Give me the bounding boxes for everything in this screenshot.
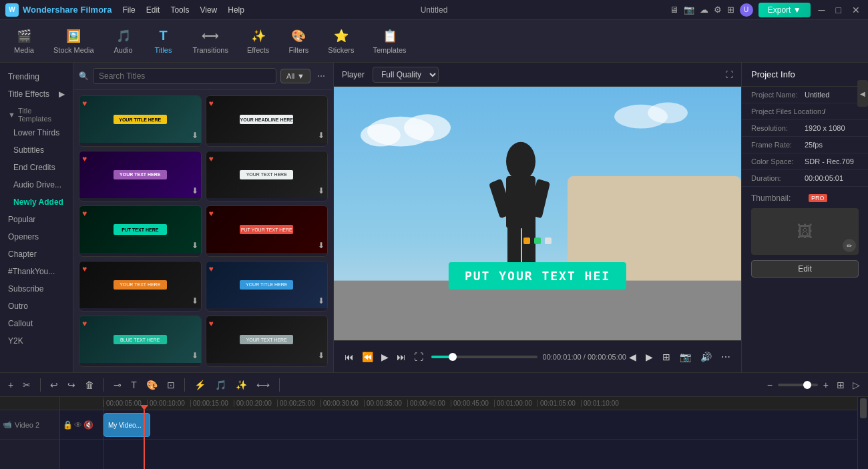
zoom-slider[interactable]	[778, 384, 818, 386]
menu-file[interactable]: File	[122, 5, 135, 15]
zoom-out-button[interactable]: −	[765, 378, 775, 392]
step-back-button[interactable]: ⏮	[342, 349, 357, 365]
timeline-redo-button[interactable]: ↪	[65, 378, 78, 392]
download-icon[interactable]: ⬇	[192, 186, 198, 195]
timeline-speed-button[interactable]: ⚡	[192, 378, 208, 392]
title-card[interactable]: ♥ BLUE TEXT HERE ⬇ Modern Clean Lower Th…	[79, 316, 202, 367]
fullscreen-button[interactable]: ⛶	[411, 349, 426, 365]
sidebar-item-end-credits[interactable]: End Credits	[0, 159, 73, 176]
download-icon[interactable]: ⬇	[192, 131, 198, 140]
snapshot-button[interactable]: 📷	[677, 349, 694, 365]
sidebar-item-subscribe[interactable]: Subscribe	[0, 280, 73, 298]
more-button[interactable]: ⋯	[718, 349, 733, 365]
zoom-in-button[interactable]: +	[821, 378, 831, 392]
player-expand-icon[interactable]: ⛶	[725, 70, 733, 79]
progress-thumb[interactable]	[449, 353, 457, 361]
title-card[interactable]: ♥ PUT TEXT HERE ⬇ Modern Clean Lower Thi…	[79, 205, 202, 257]
edit-thumbnail-icon[interactable]: ✏	[843, 239, 856, 252]
toolbar-transitions[interactable]: ⟷ Transitions	[185, 25, 236, 58]
timeline-audio-button[interactable]: 🎵	[212, 378, 229, 392]
timeline-grid-button[interactable]: ⊞	[834, 378, 847, 392]
download-icon[interactable]: ⬇	[318, 296, 324, 306]
sidebar-item-thankyou[interactable]: #ThankYou...	[0, 263, 73, 280]
sidebar-item-lower-thirds[interactable]: Lower Thirds	[0, 124, 73, 141]
maximize-button[interactable]: □	[833, 5, 844, 15]
quality-select[interactable]: Full Quality	[373, 67, 439, 83]
timeline-transition-button[interactable]: ⟷	[254, 378, 272, 392]
toolbar-stickers[interactable]: ⭐ Stickers	[320, 25, 362, 58]
toolbar-filters[interactable]: 🎨 Filters	[280, 25, 317, 58]
menu-help[interactable]: Help	[228, 5, 244, 15]
toolbar-audio[interactable]: 🎵 Audio	[105, 25, 142, 58]
download-icon[interactable]: ⬇	[318, 351, 324, 360]
rewind-button[interactable]: ⏪	[359, 349, 376, 365]
minimize-button[interactable]: ─	[816, 5, 828, 15]
header-right-controls: 🖥 📷 ☁ ⚙ ⊞ U Export ▼ ─ □ ✕	[670, 3, 863, 17]
track-visible-button[interactable]: 👁	[74, 420, 82, 430]
sidebar-item-openers[interactable]: Openers	[0, 228, 73, 246]
title-card[interactable]: ♥ YOUR TEXT HERE ⬇ Modern Clean Lower Th…	[206, 316, 329, 367]
timeline-scrollbar[interactable]	[857, 397, 868, 469]
play-button[interactable]: ▶	[379, 349, 391, 365]
download-icon[interactable]: ⬇	[192, 296, 198, 306]
export-button[interactable]: Export ▼	[758, 3, 811, 17]
scrollbar-thumb[interactable]	[860, 398, 867, 418]
timeline-delete-button[interactable]: 🗑	[82, 378, 97, 392]
download-icon[interactable]: ⬇	[318, 186, 324, 195]
download-icon[interactable]: ⬇	[192, 241, 198, 250]
playhead[interactable]	[144, 410, 145, 469]
timeline-text-button[interactable]: T	[128, 378, 140, 392]
sidebar-item-callout[interactable]: Callout	[0, 315, 73, 332]
edit-button[interactable]: Edit	[751, 260, 859, 278]
sidebar-item-popular[interactable]: Popular	[0, 211, 73, 228]
track-lock-button[interactable]: 🔒	[63, 420, 73, 430]
download-icon[interactable]: ⬇	[192, 351, 198, 360]
filter-button[interactable]: All ▼	[280, 69, 310, 83]
toolbar-media[interactable]: 🎬 Media	[5, 25, 43, 58]
next-frame-button[interactable]: ▶	[643, 349, 656, 365]
timeline-split-button[interactable]: ⊸	[111, 378, 124, 392]
download-icon[interactable]: ⬇	[318, 241, 324, 250]
title-card[interactable]: ♥ YOUR HEADLINE HERE ⬇ Modern Clean Lowe…	[206, 95, 329, 147]
sidebar-item-chapter[interactable]: Chapter	[0, 246, 73, 263]
title-card[interactable]: ♥ PUT YOUR TEXT HERE ⬇ Modern Clean Lowe…	[206, 205, 329, 257]
menu-edit[interactable]: Edit	[146, 5, 160, 15]
timeline-crop-button[interactable]: ⊡	[164, 378, 178, 392]
step-forward-button[interactable]: ⏭	[394, 349, 409, 365]
prev-frame-button[interactable]: ◀	[626, 349, 639, 365]
menu-tools[interactable]: Tools	[170, 5, 189, 15]
sidebar-item-y2k[interactable]: Y2K	[0, 332, 73, 350]
toolbar-titles[interactable]: T Titles	[145, 24, 182, 58]
toolbar-templates[interactable]: 📋 Templates	[365, 25, 414, 58]
toolbar-effects[interactable]: ✨ Effects	[239, 25, 277, 58]
menu-view[interactable]: View	[200, 5, 217, 15]
progress-bar[interactable]	[431, 356, 537, 358]
download-icon[interactable]: ⬇	[318, 131, 324, 140]
timeline-cut-button[interactable]: ✂	[20, 378, 33, 392]
toolbar-stock-media[interactable]: 🖼️ Stock Media	[45, 25, 102, 58]
title-card[interactable]: ♥ YOUR TEXT HERE ⬇ Modern Clean Lower Th…	[206, 151, 329, 202]
title-card[interactable]: ♥ YOUR TITLE HERE ⬇ Modern Clean Lower T…	[206, 261, 329, 312]
timeline-more-button[interactable]: ▷	[850, 378, 863, 392]
timeline-undo-button[interactable]: ↩	[47, 378, 61, 392]
title-card[interactable]: ♥ YOUR TEXT HERE ⬇ Modern Clean Lower Th…	[79, 151, 202, 202]
sidebar-item-subtitles[interactable]: Subtitles	[0, 141, 73, 159]
timeline-effects-button[interactable]: ✨	[233, 378, 250, 392]
audio-button[interactable]: 🔊	[698, 349, 714, 365]
sidebar-title-templates-header[interactable]: ▼ Title Templates	[0, 103, 73, 124]
timeline-add-track-button[interactable]: +	[5, 378, 16, 392]
sidebar-item-outro[interactable]: Outro	[0, 298, 73, 315]
search-input[interactable]	[93, 68, 276, 84]
sidebar-item-trending[interactable]: Trending	[0, 68, 73, 85]
sidebar-item-newly-added[interactable]: Newly Added	[0, 193, 73, 211]
title-card[interactable]: ♥ YOUR TEXT HERE ⬇ Modern Clean Lower Th…	[79, 261, 202, 312]
sidebar-item-title-effects[interactable]: Title Effects ▶	[0, 85, 73, 103]
sidebar-item-audio-driven[interactable]: Audio Drive...	[0, 176, 73, 193]
close-button[interactable]: ✕	[849, 5, 863, 15]
more-options-icon[interactable]: ⋯	[314, 69, 328, 83]
clip-options-button[interactable]: ⊞	[660, 349, 673, 365]
timeline-color-button[interactable]: 🎨	[144, 378, 160, 392]
title-card[interactable]: ♥ YOUR TITLE HERE ⬇ Modern Clean Lower T…	[79, 95, 202, 147]
track-mute-button[interactable]: 🔇	[83, 420, 93, 430]
user-avatar[interactable]: U	[740, 3, 753, 17]
